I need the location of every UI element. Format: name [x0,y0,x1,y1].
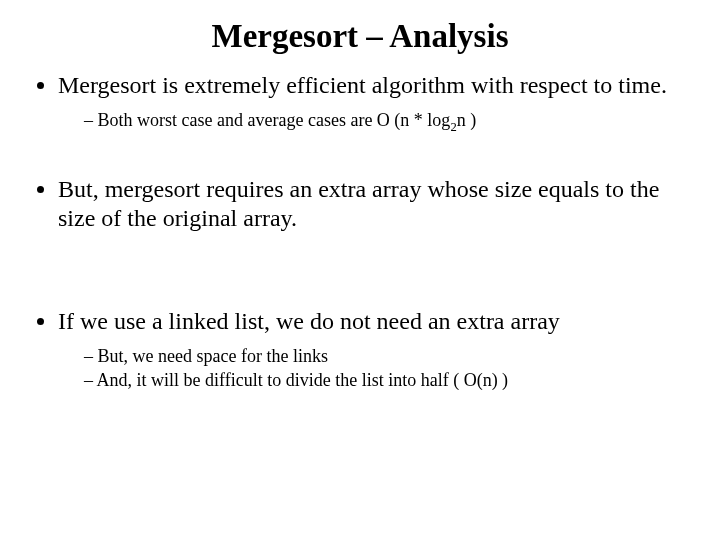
spacer [58,239,690,267]
bullet-1-sublist: Both worst case and average cases are O … [58,108,690,136]
bullet-2: But, mergesort requires an extra array w… [58,175,690,233]
bullet-3-sub-2: And, it will be difficult to divide the … [84,368,690,392]
bullet-1: Mergesort is extremely efficient algorit… [58,71,690,135]
bullet-3-sublist: But, we need space for the links And, it… [58,344,690,393]
slide-title: Mergesort – Analysis [30,18,690,55]
bullet-1-sub-1-a: Both worst case and average cases are O … [98,110,451,130]
slide: Mergesort – Analysis Mergesort is extrem… [0,0,720,540]
bullet-3-sub-1: But, we need space for the links [84,344,690,368]
bullet-2-text: But, mergesort requires an extra array w… [58,176,659,231]
bullet-1-sub-1: Both worst case and average cases are O … [84,108,690,136]
bullet-list: Mergesort is extremely efficient algorit… [30,71,690,392]
bullet-3-sub-2-text: And, it will be difficult to divide the … [97,370,509,390]
spacer [58,273,690,301]
bullet-3-text: If we use a linked list, we do not need … [58,308,560,334]
bullet-3-sub-1-text: But, we need space for the links [98,346,328,366]
spacer [58,141,690,169]
bullet-1-text: Mergesort is extremely efficient algorit… [58,72,667,98]
bullet-1-sub-1-b: n ) [457,110,477,130]
bullet-3: If we use a linked list, we do not need … [58,307,690,392]
